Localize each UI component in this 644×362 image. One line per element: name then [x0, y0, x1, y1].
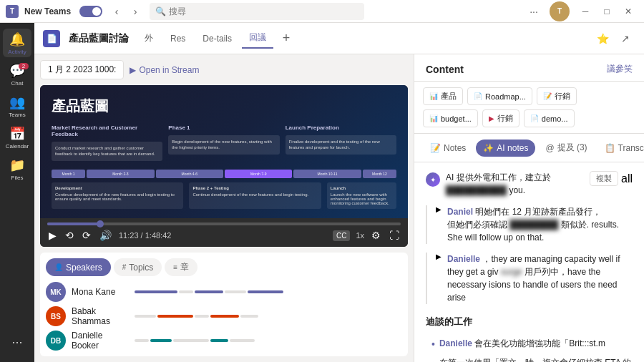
speaker-avatar-babak: BS	[46, 306, 66, 326]
tab-res[interactable]: Res	[163, 29, 192, 49]
sidebar-item-chat[interactable]: 💬 Chat 2	[3, 60, 31, 89]
notes-tabs: 📝 Notes ✨ AI notes @ 提及 (3) 📋 Transcript	[414, 134, 644, 162]
close-button[interactable]: ✕	[618, 4, 638, 19]
speaker-bars-mona	[135, 290, 402, 293]
speaker-bars-danielle	[135, 339, 402, 342]
progress-fill	[47, 222, 100, 225]
speaker-row: BS Babak Shammas	[46, 306, 402, 326]
speed-button[interactable]: 1x	[356, 231, 364, 240]
roadmap-columns: Market Research and Customer Feedback Co…	[52, 124, 396, 161]
sidebar: 🔔 Activity 💬 Chat 2 👥 Teams 📅 Calendar 📁…	[0, 23, 34, 362]
chip-marketing[interactable]: 📝 行銷	[537, 87, 577, 105]
back-button[interactable]: ‹	[108, 3, 125, 20]
col3-body: Finalize development and the testing of …	[286, 135, 396, 155]
expand-icon-2[interactable]: ▶	[436, 253, 441, 304]
sidebar-item-activity[interactable]: 🔔 Activity	[3, 29, 31, 57]
chip-roadmap[interactable]: 📄 Roadmap...	[467, 87, 532, 105]
rewind-button[interactable]: ⟲	[64, 228, 75, 243]
app-name: New Teams	[24, 6, 71, 16]
speakers-tab[interactable]: 👤 Speakers	[46, 258, 111, 276]
tab-bar: 📄 產品藍圖討論 外 Res De-tails 回議 + ⭐ ↗	[34, 23, 644, 54]
tab-ai-notes[interactable]: ✨ AI notes	[476, 140, 535, 157]
blurred-text-2: surge	[501, 265, 522, 278]
transcript-item-1: ▶ Daniel 明她們在 12 月迎跡新產品發行，但她們必須確認 ██████…	[426, 205, 633, 244]
speaker-row: DB Danielle Booker	[46, 331, 402, 351]
chip-product[interactable]: 📊 產品	[423, 87, 463, 105]
speaker-name-babak: Babak Shammas	[72, 306, 129, 326]
ai-notes-tab-icon: ✨	[483, 143, 494, 153]
volume-button[interactable]: 🔊	[98, 228, 113, 243]
notes-tab-icon: 📝	[430, 143, 441, 153]
teams-icon: 👥	[9, 94, 25, 110]
ai-intro-part2: you.	[509, 185, 525, 195]
col1-body: Conduct market research and gather custo…	[52, 142, 162, 161]
ai-intro-part1: AI 提供外電和工作，建立於	[446, 172, 551, 182]
more-options-button[interactable]: ···	[524, 1, 544, 21]
search-icon: 🔍	[155, 6, 166, 16]
speakers-tab-icon: 👤	[54, 263, 63, 271]
progress-bar[interactable]	[47, 222, 401, 225]
sidebar-item-more[interactable]: ···	[3, 328, 31, 356]
topics-tab[interactable]: # Topics	[114, 258, 162, 276]
fullscreen-button[interactable]: ⛶	[388, 228, 401, 243]
window-controls: ─ □ ✕	[575, 4, 638, 19]
tab-add-button[interactable]: +	[276, 29, 296, 49]
transcript-tab-label: Transcript	[618, 143, 644, 153]
star-icon-button[interactable]: ⭐	[592, 29, 613, 49]
task-item-2: • 在第一次使用「置文」時，複文會仔細核查 ETA 的「置德屋」 h9 for …	[431, 356, 633, 362]
tab-mentions[interactable]: @ 提及 (3)	[538, 138, 594, 157]
word-icon-2: 📝	[543, 92, 552, 100]
col1-title: Market Research and Customer Feedback	[52, 124, 162, 137]
right-header-link[interactable]: 議參笑	[607, 63, 633, 75]
stream-link-icon: ▶	[130, 65, 136, 75]
transcript-text-1: Daniel 明她們在 12 月迎跡新產品發行，但她們必須確認 ████████…	[447, 205, 633, 244]
chip-video[interactable]: ▶ 行銷	[482, 109, 519, 127]
forward-button-ctrl[interactable]: ⟳	[81, 228, 92, 243]
chip-budget[interactable]: 📊 budget...	[423, 109, 478, 127]
speaker-bars-babak	[135, 315, 402, 318]
tab-doc-icon: 📄	[43, 30, 60, 47]
month-1: Month 1	[52, 170, 85, 178]
share-icon-button[interactable]: ↗	[615, 29, 635, 49]
forward-button[interactable]: ›	[127, 3, 144, 20]
teams-toggle[interactable]	[79, 6, 102, 17]
month-7-9: Month 7-9	[225, 170, 292, 178]
speaker-name-danielle: Danielle Booker	[72, 331, 129, 351]
speakers-list: MK Mona Kane BS	[46, 282, 402, 351]
tab-wai[interactable]: 外	[137, 29, 160, 49]
tab-notes[interactable]: 📝 Notes	[423, 140, 473, 157]
video-thumbnail[interactable]: 產品藍圖 Market Research and Customer Feedba…	[40, 85, 408, 218]
main-split: 1 月 2 2023 1000: ▶ Open in Stream 產品藍圖 M…	[34, 54, 644, 362]
speakers-section: 👤 Speakers # Topics ≡ 章	[40, 253, 408, 356]
tab-details[interactable]: De-tails	[195, 29, 239, 49]
settings-button[interactable]: ⚙	[370, 228, 382, 243]
maximize-button[interactable]: □	[597, 4, 617, 19]
video-panel: 1 月 2 2023 1000: ▶ Open in Stream 產品藍圖 M…	[34, 54, 414, 362]
launch-body: Launch the new software with enhanced fe…	[331, 192, 389, 205]
cc-button[interactable]: CC	[333, 230, 350, 241]
sidebar-item-teams[interactable]: 👥 Teams	[3, 92, 31, 120]
search-bar[interactable]: 🔍	[150, 3, 364, 20]
right-header-title: Content	[426, 64, 464, 75]
tab-huiyi[interactable]: 回議	[242, 29, 273, 49]
chip-demo[interactable]: 📄 demo...	[524, 109, 575, 127]
ai-icon: ✦	[426, 172, 440, 187]
task-text-1: Danielle 會在美化功能增強功能「Brit:::st.m	[439, 337, 605, 350]
tab-title: 產品藍圖討論	[69, 32, 129, 45]
content-area: 📄 產品藍圖討論 外 Res De-tails 回議 + ⭐ ↗ 1 月 2 2…	[34, 23, 644, 362]
sidebar-item-files[interactable]: 📁 Files	[3, 155, 31, 183]
play-button[interactable]: ▶	[47, 228, 58, 243]
stream-link-label: Open in Stream	[139, 65, 199, 75]
minimize-button[interactable]: ─	[575, 4, 595, 19]
stream-link[interactable]: ▶ Open in Stream	[130, 65, 199, 75]
more-icon: ···	[11, 335, 22, 350]
sidebar-item-calendar[interactable]: 📅 Calendar	[3, 123, 31, 152]
chapters-tab[interactable]: ≡ 章	[165, 258, 197, 276]
search-input[interactable]	[169, 6, 358, 16]
expand-icon-1[interactable]: ▶	[436, 205, 441, 244]
avatar[interactable]: T	[550, 1, 570, 21]
tab-transcript[interactable]: 📋 Transcript	[597, 140, 644, 157]
date-bar: 1 月 2 2023 1000: ▶ Open in Stream	[40, 60, 408, 79]
app-logo: T	[6, 5, 19, 18]
copy-button[interactable]: 複製	[590, 171, 618, 186]
